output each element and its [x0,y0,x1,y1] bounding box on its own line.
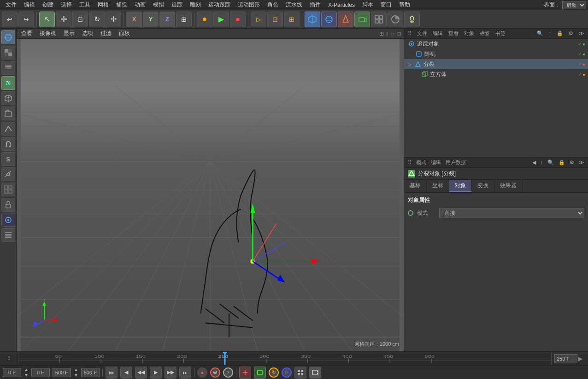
sidebar-number-btn[interactable]: 76 [1,76,15,90]
render-pic-button[interactable]: ⊡ [267,12,283,27]
playback-record-btn[interactable]: ● [197,367,207,378]
vp-icon-leftright[interactable]: ↔ [390,30,396,37]
frame-arrow-up[interactable]: ▲ [24,367,29,372]
menu-pipeline[interactable]: 流水线 [282,0,306,10]
menu-motion-track[interactable]: 运动跟踪 [205,0,234,10]
stop-button[interactable]: ■ [230,12,246,27]
menu-edit[interactable]: 编辑 [20,0,39,10]
scene-item-cube[interactable]: 立方体 ✓ ● [404,69,588,79]
menu-snap[interactable]: 捕捉 [112,0,131,10]
vp-icon-fullscreen[interactable]: □ [398,30,401,37]
props-tab-transform[interactable]: 变换 [472,180,494,192]
scene-tb-search[interactable]: 🔍 [535,30,545,37]
menu-plugins[interactable]: 插件 [306,0,324,10]
playback-help-btn[interactable]: ? [223,367,233,378]
playback-step-back[interactable]: ◀ [120,367,132,379]
props-mode-radio[interactable] [408,210,413,216]
play-fwd-button[interactable]: ▶ [213,12,229,27]
sidebar-world-btn[interactable] [1,30,15,44]
menu-track[interactable]: 追踪 [168,0,186,10]
props-tab-effector[interactable]: 效果器 [494,180,523,192]
playback-mode-move[interactable] [239,367,251,379]
sidebar-grid2-btn[interactable] [1,183,15,196]
menu-xparticles[interactable]: X-Particles [324,1,359,9]
sidebar-cube-btn[interactable] [1,91,15,105]
sidebar-foldercube-btn[interactable] [1,107,15,120]
cube-btn[interactable] [305,12,320,27]
scene-item-split[interactable]: ▷ 分裂 ✓ ● [404,59,588,69]
scene-tb-object[interactable]: 对象 [462,30,476,37]
z-axis-button[interactable]: Z [159,12,175,27]
scene-tb-tag[interactable]: 标签 [478,30,492,37]
menu-motion-graph[interactable]: 运动图形 [234,0,264,10]
scene-tb-edit[interactable]: 编辑 [431,30,445,37]
playback-mode-p[interactable]: P [282,367,292,378]
sidebar-sculpt-btn[interactable] [1,167,15,181]
scene-tb-file[interactable]: 文件 [415,30,429,37]
scene-tb-view[interactable]: 查看 [447,30,460,37]
props-tab-coord[interactable]: 坐标 [427,180,449,192]
menu-help[interactable]: 帮助 [395,0,414,10]
light-cone-btn[interactable] [338,12,353,27]
menu-animate[interactable]: 动画 [131,0,149,10]
undo-button[interactable]: ↩ [2,12,18,27]
record-button[interactable]: ● [197,12,212,27]
vp-menu-display[interactable]: 显示 [62,29,76,38]
playback-play-fwd[interactable]: ▶ [150,367,162,379]
viewport[interactable]: 透视视图 [17,39,404,351]
display-mode-btn[interactable] [388,12,403,27]
scene-item-random[interactable]: 随机 ✓ ● [404,49,588,59]
props-tb-lock2[interactable]: 🔒 [557,159,567,166]
menu-file[interactable]: 文件 [2,0,20,10]
playback-goto-end[interactable]: ⏭ [179,367,191,379]
playback-start-frame[interactable] [31,368,50,377]
scene-expand-split[interactable]: ▷ [408,62,412,67]
render-settings-button[interactable]: ⊞ [284,12,300,27]
vp-menu-options[interactable]: 选项 [80,29,95,38]
props-tb-edit[interactable]: 编辑 [429,159,443,166]
select-tool-button[interactable]: ↖ [39,12,55,27]
camera-btn[interactable] [354,12,370,27]
redo-button[interactable]: ↪ [18,12,34,27]
light-btn[interactable] [404,12,420,27]
menu-character[interactable]: 角色 [264,0,282,10]
scene-tb-gear[interactable]: ⚙ [567,30,575,37]
sidebar-circle-btn[interactable] [1,213,15,227]
playback-end-frame[interactable] [53,368,71,377]
menu-sculpt[interactable]: 雕刻 [186,0,205,10]
menu-scripts[interactable]: 脚本 [359,0,377,10]
playback-max-frame[interactable] [81,368,100,377]
scene-tb-chevron[interactable]: ≫ [577,30,586,37]
end-arrow-down[interactable]: ▼ [74,373,78,378]
sidebar-lock-btn[interactable] [1,198,15,212]
props-tb-up-arrow[interactable]: ↑ [539,159,545,166]
vp-menu-view[interactable]: 查看 [19,29,34,38]
menu-tools[interactable]: 工具 [76,0,94,10]
props-tb-arrow[interactable]: ◀ [530,159,538,166]
coord-system-button[interactable]: ⊞ [176,12,192,27]
playback-mode-film[interactable] [309,367,321,379]
menu-window[interactable]: 窗口 [377,0,395,10]
props-tab-basic[interactable]: 基标 [404,180,427,192]
frame-arrow-down[interactable]: ▼ [24,373,29,378]
menu-create[interactable]: 创建 [39,0,57,10]
props-tb-mode[interactable]: 模式 [414,159,428,166]
sidebar-layers-btn[interactable] [1,61,15,75]
transform-tool-button[interactable]: ✢ [106,12,121,27]
move-tool-button[interactable]: ✛ [56,12,71,27]
props-tab-object[interactable]: 对象 [449,180,472,192]
y-axis-button[interactable]: Y [143,12,159,27]
sidebar-line-btn[interactable] [1,122,15,136]
playback-mode-rotate[interactable] [254,367,266,379]
timeline-frame-input[interactable] [554,354,577,363]
playback-mode-grid[interactable] [294,367,306,379]
sidebar-bars-btn[interactable] [1,228,15,242]
playback-step-fwd[interactable]: ▶▶ [165,367,176,379]
scene-item-track-obj[interactable]: 追踪对象 ✓ ● [404,39,588,49]
playback-goto-start[interactable]: ⏮ [106,367,118,379]
vp-menu-panel[interactable]: 面板 [117,29,132,38]
playback-mode-auto[interactable]: ↻ [269,367,279,378]
vp-icon-updown[interactable]: ↕ [386,30,388,37]
props-tb-gear2[interactable]: ⚙ [568,159,576,166]
sidebar-s-btn[interactable]: S [1,152,15,166]
